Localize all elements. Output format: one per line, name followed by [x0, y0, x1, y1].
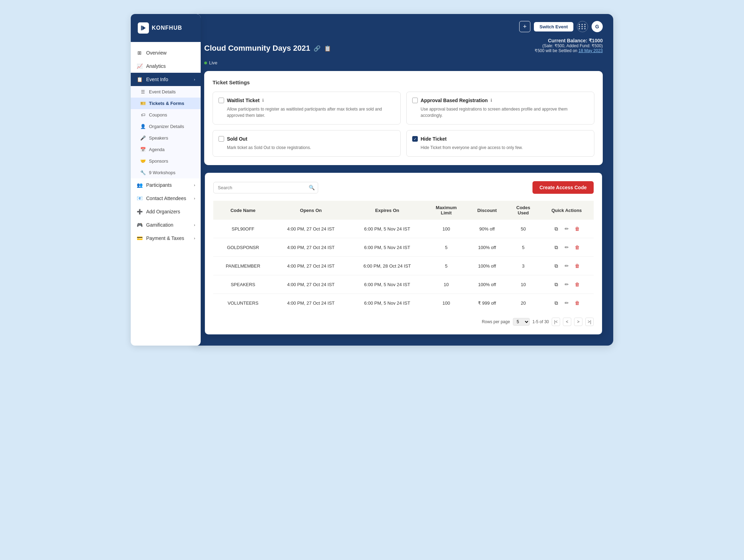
sub-nav-event-details[interactable]: ☰ Event Details [131, 86, 201, 98]
app-container: KONFHUB ⊞ Overview 📈 Analytics 📋 Event I… [131, 14, 613, 346]
workshops-icon: 🔧 [141, 170, 145, 175]
sub-nav-workshops[interactable]: 🔧 9 Workshops [131, 167, 201, 178]
switch-event-button[interactable]: Switch Event [534, 22, 573, 31]
sidebar-item-analytics[interactable]: 📈 Analytics [131, 59, 201, 73]
balance-label: Current Balance: ₹1000 [535, 38, 603, 43]
sub-nav-agenda[interactable]: 📅 Agenda [131, 144, 201, 155]
info-icon-approval[interactable]: ℹ [491, 98, 492, 103]
table-row: PANELMEMBER 4:00 PM, 27 Oct 24 IST 6:00 … [213, 257, 594, 275]
sidebar-item-label: Add Organizers [146, 209, 180, 214]
checkbox-soldout[interactable] [219, 136, 224, 142]
pagination-last-button[interactable]: >| [585, 318, 594, 326]
cell-opens: 4:00 PM, 27 Oct 24 IST [273, 275, 349, 294]
ticket-settings-card: Ticket Settings Waitlist Ticket ℹ Allow … [204, 71, 603, 165]
user-avatar[interactable]: G [592, 21, 603, 32]
sidebar-item-event-info[interactable]: 📋 Event Info › [131, 73, 201, 86]
contact-icon: 📧 [136, 195, 143, 201]
info-icon-waitlist[interactable]: ℹ [262, 98, 264, 103]
copy-button[interactable]: ⧉ [552, 280, 560, 289]
edit-button[interactable]: ✏ [563, 280, 571, 289]
sidebar-item-contact-attendees[interactable]: 📧 Contact Attendees › [131, 192, 201, 205]
delete-button[interactable]: 🗑 [573, 262, 581, 270]
sidebar-item-label: Payment & Taxes [146, 235, 184, 241]
ticket-icon: 🎫 [141, 101, 145, 106]
grid-menu-button[interactable] [577, 21, 588, 32]
setting-header-hideticket: Hide Ticket [412, 136, 588, 142]
search-input[interactable] [213, 182, 318, 193]
edit-button[interactable]: ✏ [563, 299, 571, 307]
cell-used: 10 [507, 275, 539, 294]
col-opens-on: Opens On [273, 201, 349, 220]
chevron-right-icon: › [194, 223, 195, 227]
chevron-right-icon: › [194, 78, 195, 81]
table-row: GOLDSPONSR 4:00 PM, 27 Oct 24 IST 6:00 P… [213, 238, 594, 257]
cell-max: 100 [425, 294, 467, 312]
setting-header-soldout: Sold Out [219, 136, 395, 142]
add-button[interactable]: + [519, 21, 530, 32]
col-code-name: Code Name [213, 201, 273, 220]
copy-button[interactable]: ⧉ [552, 225, 560, 233]
agenda-icon: 📅 [141, 147, 145, 152]
cell-discount: 100% off [467, 257, 507, 275]
cell-expires: 6:00 PM, 5 Nov 24 IST [349, 220, 425, 238]
copy-button[interactable]: ⧉ [552, 262, 560, 270]
cell-actions: ⧉ ✏ 🗑 [539, 257, 594, 275]
sidebar-item-participants[interactable]: 👥 Participants › [131, 178, 201, 192]
delete-button[interactable]: 🗑 [573, 299, 581, 307]
sidebar-item-overview[interactable]: ⊞ Overview [131, 46, 201, 59]
cell-max: 5 [425, 257, 467, 275]
cell-discount: 90% off [467, 220, 507, 238]
sidebar-item-add-organizers[interactable]: ➕ Add Organizers [131, 205, 201, 218]
create-access-code-button[interactable]: Create Access Code [532, 181, 594, 194]
quick-actions: ⧉ ✏ 🗑 [545, 280, 588, 289]
sub-nav-sponsors[interactable]: 🤝 Sponsors [131, 155, 201, 167]
quick-actions: ⧉ ✏ 🗑 [545, 225, 588, 233]
cell-discount: 100% off [467, 275, 507, 294]
cell-actions: ⧉ ✏ 🗑 [539, 275, 594, 294]
checkbox-hideticket[interactable] [412, 136, 418, 142]
checkbox-waitlist[interactable] [219, 98, 224, 103]
cell-discount: 100% off [467, 238, 507, 257]
sub-nav-organizer-details[interactable]: 👤 Organizer Details [131, 121, 201, 132]
copy-button[interactable]: ⧉ [552, 243, 560, 251]
sidebar-item-gamification[interactable]: 🎮 Gamification › [131, 218, 201, 232]
sidebar-item-payment-taxes[interactable]: 💳 Payment & Taxes › [131, 232, 201, 245]
delete-button[interactable]: 🗑 [573, 243, 581, 251]
setting-header-waitlist: Waitlist Ticket ℹ [219, 98, 395, 103]
event-link-icon[interactable]: 🔗 [314, 45, 321, 52]
col-codes-used: CodesUsed [507, 201, 539, 220]
pagination-first-button[interactable]: |< [552, 318, 560, 326]
setting-desc-approval: Use approval based registrations to scre… [412, 106, 588, 119]
pagination-next-button[interactable]: > [574, 318, 582, 326]
event-copy-icon[interactable]: 📋 [324, 45, 331, 52]
cell-opens: 4:00 PM, 27 Oct 24 IST [273, 257, 349, 275]
cell-code: VOLUNTEERS [213, 294, 273, 312]
sub-nav-coupons[interactable]: 🏷 Coupons [131, 109, 201, 121]
sub-nav-speakers[interactable]: 🎤 Speakers [131, 132, 201, 144]
delete-button[interactable]: 🗑 [573, 225, 581, 233]
setting-label-hideticket: Hide Ticket [421, 136, 446, 142]
copy-button[interactable]: ⧉ [552, 299, 560, 307]
edit-button[interactable]: ✏ [563, 225, 571, 233]
cell-max: 10 [425, 275, 467, 294]
pagination-prev-button[interactable]: < [563, 318, 571, 326]
settlement-date-link[interactable]: 18 May 2023 [579, 48, 603, 53]
table-row: SPEAKERS 4:00 PM, 27 Oct 24 IST 6:00 PM,… [213, 275, 594, 294]
rows-per-page-select[interactable]: 5 10 25 [513, 318, 530, 326]
edit-button[interactable]: ✏ [563, 243, 571, 251]
setting-soldout: Sold Out Mark ticket as Sold Out to clos… [213, 130, 401, 157]
setting-header-approval: Approval Based Registration ℹ [412, 98, 588, 103]
quick-actions: ⧉ ✏ 🗑 [545, 299, 588, 307]
checkbox-approval[interactable] [412, 98, 418, 103]
col-max-limit: MaximumLimit [425, 201, 467, 220]
sub-nav: ☰ Event Details 🎫 Tickets & Forms 🏷 Coup… [131, 86, 201, 178]
sub-nav-tickets-forms[interactable]: 🎫 Tickets & Forms [131, 98, 201, 109]
delete-button[interactable]: 🗑 [573, 280, 581, 289]
edit-button[interactable]: ✏ [563, 262, 571, 270]
setting-label-approval: Approval Based Registration [421, 98, 488, 103]
event-title: Cloud Community Days 2021 [204, 44, 310, 53]
setting-desc-soldout: Mark ticket as Sold Out to close registr… [219, 144, 395, 151]
cell-used: 3 [507, 257, 539, 275]
logo-icon [138, 22, 149, 34]
svg-rect-1 [141, 26, 142, 30]
